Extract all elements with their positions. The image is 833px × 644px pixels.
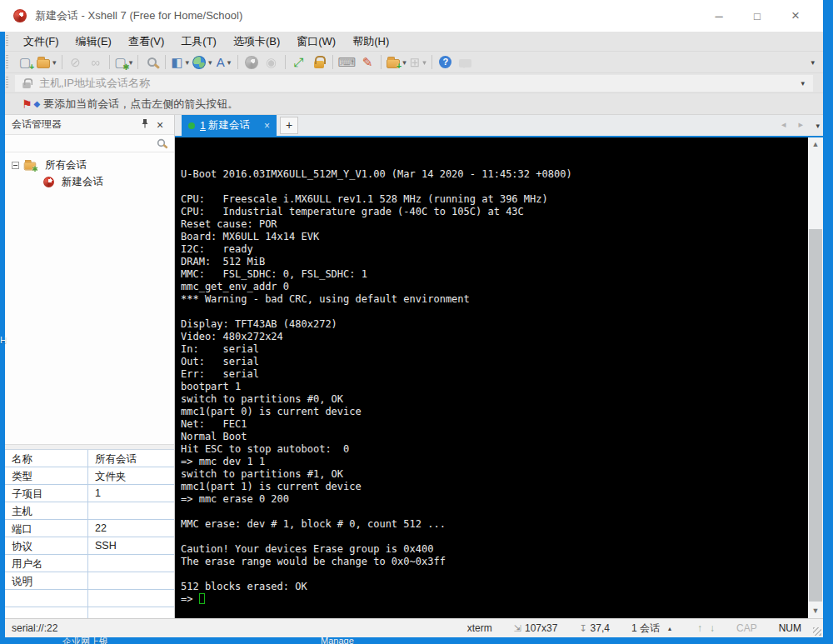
- xshell-logo-icon: [13, 9, 27, 22]
- property-value[interactable]: SSH: [88, 537, 174, 554]
- terminal-size-value: 107x37: [525, 622, 557, 634]
- help-button[interactable]: [436, 53, 456, 72]
- tree-node-new-session[interactable]: 新建会话: [5, 173, 174, 190]
- lock-icon: [22, 82, 31, 88]
- new-folder-dropdown-icon[interactable]: ▾: [402, 58, 407, 67]
- property-value[interactable]: [88, 572, 174, 589]
- address-dropdown-button[interactable]: ▾: [801, 79, 805, 87]
- font-dropdown-icon[interactable]: ▾: [227, 58, 232, 67]
- toolbar-separator: [62, 55, 62, 69]
- cursor-position-icon: ↧: [579, 623, 586, 634]
- property-row-8: [5, 590, 174, 607]
- terminal-view[interactable]: U-Boot 2016.03IMX6ULL_512M_Y_V1.00 (Mar …: [175, 137, 808, 618]
- session-count-label: 1 会话: [631, 622, 660, 636]
- toolbar-gripper[interactable]: [6, 55, 8, 69]
- terminal-cursor: [199, 593, 205, 604]
- lock-screen-button[interactable]: [309, 53, 329, 72]
- minimize-button[interactable]: ─: [700, 0, 738, 32]
- property-label: [5, 590, 88, 607]
- flag-accent-icon: ◆: [34, 99, 41, 108]
- property-value[interactable]: 22: [88, 520, 174, 537]
- toolbar-separator: [285, 55, 286, 69]
- new-session-icon: ▢+: [19, 56, 31, 68]
- encoding-globe-dropdown-icon[interactable]: ▾: [208, 58, 212, 67]
- new-session-badge: +: [29, 63, 34, 72]
- fullscreen-icon: ⤢: [293, 56, 303, 68]
- scroll-up-button[interactable]: ▲: [808, 137, 823, 152]
- status-bar: serial://:22 xterm ⇲ 107x37 ↧ 37,4 1 会话 …: [0, 618, 823, 637]
- menubar-gripper[interactable]: [6, 35, 8, 47]
- property-value[interactable]: [88, 555, 174, 572]
- tab-list-dropdown-button[interactable]: ▾: [816, 122, 820, 130]
- panel-splitter[interactable]: [5, 444, 174, 450]
- virtual-keyboard-icon: ⌨: [338, 56, 357, 68]
- fullscreen-button[interactable]: ⤢: [289, 53, 309, 72]
- close-button[interactable]: ×: [776, 0, 815, 32]
- session-nav-arrows[interactable]: ↑ ↓: [693, 622, 715, 634]
- property-value[interactable]: 所有会话: [88, 450, 174, 467]
- toolbar-overflow-button[interactable]: ▾: [811, 58, 815, 67]
- open-session-button[interactable]: ▾: [35, 53, 58, 72]
- tree-node-all-sessions[interactable]: 所有会话: [5, 157, 174, 173]
- property-label: 子项目: [5, 485, 88, 502]
- address-input[interactable]: [39, 77, 772, 89]
- font-icon: A: [217, 56, 225, 68]
- close-panel-button[interactable]: ×: [152, 118, 167, 132]
- addressbar-gripper[interactable]: [6, 77, 8, 89]
- tab-strip: 1 新建会话 × + ◂ ▸ ▾: [175, 115, 823, 136]
- next-session-icon[interactable]: ↓: [710, 622, 715, 634]
- tab-new-session[interactable]: 1 新建会话 ×: [182, 115, 277, 136]
- collapse-icon[interactable]: [12, 162, 19, 169]
- session-search-input[interactable]: [5, 137, 147, 149]
- desktop-icon-label-right: Manage: [321, 636, 354, 644]
- resize-icon: ⇲: [514, 623, 521, 634]
- compose-layout-button[interactable]: ◧▾: [169, 53, 191, 72]
- property-value[interactable]: [88, 607, 174, 618]
- scrollbar-thumb[interactable]: [809, 229, 822, 602]
- new-folder-button[interactable]: ▾: [385, 53, 408, 72]
- property-value[interactable]: 1: [88, 485, 174, 502]
- tile-windows-dropdown-icon[interactable]: ▾: [422, 58, 426, 67]
- address-bar: ▾: [0, 73, 823, 93]
- maximize-button[interactable]: □: [738, 0, 776, 32]
- menu-item-0[interactable]: 文件(F): [15, 32, 67, 52]
- toolbar-separator: [165, 55, 166, 69]
- resize-grip[interactable]: [813, 627, 821, 636]
- terminal-output: U-Boot 2016.03IMX6ULL_512M_Y_V1.00 (Mar …: [175, 137, 808, 606]
- property-value[interactable]: [88, 590, 174, 607]
- property-value[interactable]: [88, 502, 174, 519]
- terminal-type[interactable]: xterm: [467, 622, 492, 634]
- terminal-prompt: =>: [181, 593, 199, 605]
- title-bar[interactable]: 新建会话 - Xshell 7 (Free for Home/School) ─…: [0, 0, 823, 32]
- menu-item-6[interactable]: 帮助(H): [344, 32, 397, 52]
- scroll-down-button[interactable]: ▼: [808, 604, 823, 618]
- new-tab-button[interactable]: +: [280, 117, 298, 134]
- menu-item-2[interactable]: 查看(V): [120, 32, 172, 52]
- find-button[interactable]: [142, 53, 162, 72]
- virtual-keyboard-button[interactable]: ⌨: [337, 53, 358, 72]
- tab-scroll-buttons[interactable]: ◂ ▸: [781, 119, 808, 130]
- session-count-button[interactable]: 1 会话 ▴: [631, 622, 671, 636]
- toolbar: ▢+▾⊘∞▢✱▾◧▾▾A▾◉⤢⌨✎▾⊞▾ ▾: [0, 52, 823, 73]
- session-properties-table: 名称所有会话类型文件夹子项目1主机端口22协议SSH用户名说明: [5, 450, 174, 618]
- compose-layout-dropdown-icon[interactable]: ▾: [185, 58, 189, 67]
- highlight-pen-button[interactable]: ✎: [357, 53, 377, 72]
- connection-string: serial://:22: [12, 622, 57, 634]
- property-row-2: 子项目1: [5, 485, 174, 502]
- menu-item-4[interactable]: 选项卡(B): [225, 32, 288, 52]
- session-properties-button[interactable]: ▢✱▾: [113, 53, 135, 72]
- property-value[interactable]: 文件夹: [88, 467, 174, 484]
- menu-item-1[interactable]: 编辑(E): [67, 32, 120, 52]
- pin-panel-button[interactable]: [137, 118, 152, 131]
- font-button[interactable]: A▾: [214, 53, 234, 72]
- cursor-position: ↧ 37,4: [579, 622, 610, 634]
- encoding-globe-button[interactable]: ▾: [191, 53, 214, 72]
- new-session-button[interactable]: ▢+: [15, 53, 35, 72]
- tab-close-button[interactable]: ×: [264, 120, 270, 132]
- menu-item-3[interactable]: 工具(T): [172, 32, 225, 52]
- prev-session-icon[interactable]: ↑: [697, 622, 702, 634]
- address-field[interactable]: ▾: [15, 75, 813, 92]
- open-session-dropdown-icon[interactable]: ▾: [52, 58, 57, 67]
- menu-item-5[interactable]: 窗口(W): [288, 32, 344, 52]
- terminal-scrollbar[interactable]: ▲ ▼: [808, 137, 823, 618]
